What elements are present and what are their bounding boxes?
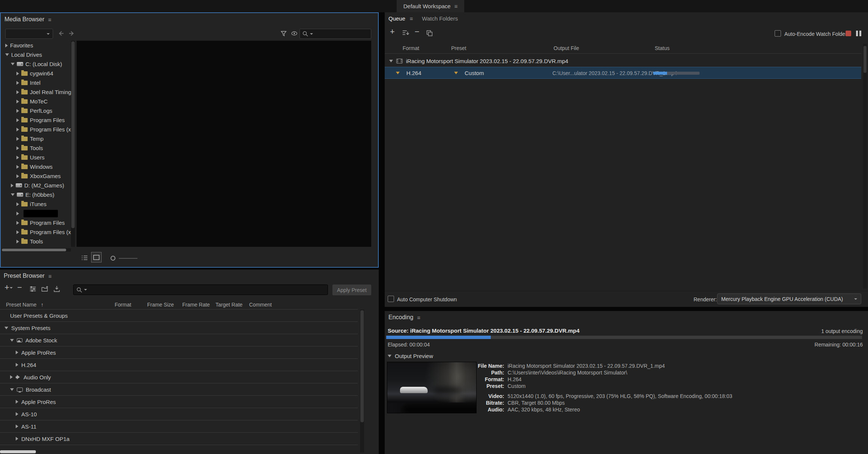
media-tree-item[interactable]: C: (Local Disk)	[1, 59, 71, 69]
disclosure-triangle-icon[interactable]	[10, 339, 14, 342]
media-tree-item[interactable]: cygwin64	[1, 69, 71, 78]
media-tree-item[interactable]: Windows	[1, 162, 71, 171]
disclosure-triangle-icon[interactable]	[389, 60, 393, 62]
preset-row[interactable]: Apple ProRes	[0, 396, 358, 408]
preset-row[interactable]: Apple ProRes	[0, 346, 358, 359]
thumbnail-view-button[interactable]	[91, 252, 102, 262]
scrollbar-thumb[interactable]	[360, 310, 364, 422]
media-tree-item[interactable]: Program Files (x86)	[1, 227, 71, 237]
disclosure-triangle-icon[interactable]	[16, 100, 19, 103]
preset-search-input[interactable]	[73, 284, 328, 295]
disclosure-triangle-icon[interactable]	[16, 137, 19, 141]
disclosure-triangle-icon[interactable]	[10, 388, 14, 391]
disclosure-triangle-icon[interactable]	[16, 212, 19, 215]
disclosure-triangle-icon[interactable]	[16, 240, 19, 243]
media-files-pane[interactable]	[77, 41, 371, 247]
add-source-button[interactable]: +	[390, 28, 395, 35]
zoom-slider-track[interactable]	[119, 258, 137, 259]
media-tree-item[interactable]: XboxGames	[1, 171, 71, 181]
search-options-chevron-icon[interactable]	[310, 33, 313, 36]
output-format-link[interactable]: H.264	[406, 70, 421, 76]
preset-row[interactable]: System Presets	[0, 322, 358, 334]
column-header-frame-rate[interactable]: Frame Rate	[182, 302, 210, 308]
panel-menu-icon[interactable]: ≡	[417, 314, 421, 321]
scrollbar-thumb[interactable]	[864, 46, 867, 73]
preset-row[interactable]: H.264	[0, 359, 358, 371]
scrollbar-thumb[interactable]	[71, 41, 75, 228]
tab-queue[interactable]: Queue	[388, 15, 405, 22]
preset-horizontal-scrollbar-thumb[interactable]	[0, 450, 36, 453]
disclosure-triangle-icon[interactable]	[16, 109, 19, 113]
queue-source-group-row[interactable]: iRacing Motorsport Simulator 2023.02.15 …	[385, 56, 861, 66]
tab-watch-folders[interactable]: Watch Folders	[422, 15, 458, 22]
panel-menu-icon[interactable]: ≡	[48, 16, 52, 23]
disclosure-triangle-icon[interactable]	[11, 184, 13, 187]
preset-settings-icon[interactable]	[29, 285, 37, 293]
media-tree-item[interactable]: MoTeC	[1, 97, 71, 106]
delete-preset-button[interactable]: −	[17, 284, 22, 291]
new-preset-group-icon[interactable]	[41, 285, 49, 293]
disclosure-triangle-icon[interactable]	[16, 146, 19, 150]
media-tree-item[interactable]: Tools	[1, 237, 71, 246]
column-header-preset-name[interactable]: Preset Name ↑	[6, 302, 44, 308]
preset-row[interactable]: Audio Only	[0, 371, 358, 383]
media-source-dropdown[interactable]	[5, 29, 53, 39]
media-tree-item[interactable]: Program Files	[1, 218, 71, 227]
disclosure-triangle-icon[interactable]	[16, 165, 19, 169]
media-tree-item[interactable]: Tools	[1, 143, 71, 153]
preset-vertical-scrollbar[interactable]	[360, 310, 364, 453]
preset-row[interactable]: User Presets & Groups	[0, 310, 358, 322]
preset-disclosure-icon[interactable]	[454, 72, 458, 74]
sort-ascending-icon[interactable]: ↑	[41, 302, 44, 308]
media-tree-item[interactable]: Favorites	[1, 41, 71, 50]
disclosure-triangle-icon[interactable]	[388, 355, 391, 357]
column-header-frame-size[interactable]: Frame Size	[147, 302, 174, 308]
scrollbar-thumb[interactable]	[2, 249, 66, 251]
column-header-target-rate[interactable]: Target Rate	[216, 302, 242, 308]
workspace-menu-icon[interactable]: ≡	[454, 3, 458, 9]
media-tree-item[interactable]: Program Files (x86)	[1, 125, 71, 134]
disclosure-triangle-icon[interactable]	[4, 327, 8, 329]
disclosure-triangle-icon[interactable]	[16, 174, 19, 178]
panel-menu-icon[interactable]: ≡	[48, 273, 52, 279]
queue-vertical-scrollbar[interactable]	[863, 44, 867, 289]
preset-row[interactable]: AS-11	[0, 420, 358, 433]
disclosure-triangle-icon[interactable]	[16, 363, 18, 367]
queue-output-row[interactable]: H.264 Custom C:\User...ulator 2023.02.15…	[385, 67, 861, 79]
disclosure-triangle-icon[interactable]	[16, 351, 18, 354]
duplicate-icon[interactable]	[426, 29, 433, 37]
disclosure-triangle-icon[interactable]	[16, 81, 19, 85]
media-tree-item[interactable]: Local Drives	[1, 50, 71, 59]
back-arrow-icon[interactable]	[58, 30, 65, 37]
disclosure-triangle-icon[interactable]	[5, 53, 9, 56]
preset-row[interactable]: AS-10	[0, 408, 358, 420]
disclosure-triangle-icon[interactable]	[11, 193, 15, 196]
add-output-icon[interactable]	[402, 29, 410, 36]
tree-vertical-scrollbar[interactable]	[71, 41, 75, 247]
disclosure-triangle-icon[interactable]	[16, 90, 19, 94]
pause-queue-button[interactable]	[856, 31, 861, 36]
tree-horizontal-scrollbar[interactable]	[1, 248, 71, 252]
apply-preset-button[interactable]: Apply Preset	[332, 284, 371, 295]
disclosure-triangle-icon[interactable]	[16, 400, 18, 404]
zoom-slider-knob[interactable]	[111, 256, 115, 261]
output-preset-link[interactable]: Custom	[465, 70, 484, 76]
remove-button[interactable]: −	[415, 28, 419, 35]
panel-menu-icon[interactable]: ≡	[410, 15, 413, 22]
media-tree-item[interactable]: Program Files	[1, 115, 71, 125]
disclosure-triangle-icon[interactable]	[10, 375, 13, 379]
media-tree-item[interactable]: Users	[1, 153, 71, 162]
new-preset-button[interactable]: +	[4, 284, 13, 291]
preset-row[interactable]: Adobe Stock	[0, 334, 358, 346]
disclosure-triangle-icon[interactable]	[16, 118, 19, 122]
disclosure-triangle-icon[interactable]	[16, 156, 19, 159]
eye-icon[interactable]	[291, 31, 298, 36]
stop-queue-button[interactable]	[846, 31, 851, 36]
auto-shutdown-checkbox[interactable]	[388, 296, 394, 302]
media-tree-item[interactable]: PerfLogs	[1, 106, 71, 115]
renderer-dropdown[interactable]: Mercury Playback Engine GPU Acceleration…	[717, 293, 861, 304]
disclosure-triangle-icon[interactable]	[16, 425, 18, 428]
disclosure-triangle-icon[interactable]	[11, 63, 15, 65]
media-tree-item[interactable]: Joel Real Timing - no CL	[1, 87, 71, 97]
list-view-icon[interactable]	[81, 254, 89, 261]
